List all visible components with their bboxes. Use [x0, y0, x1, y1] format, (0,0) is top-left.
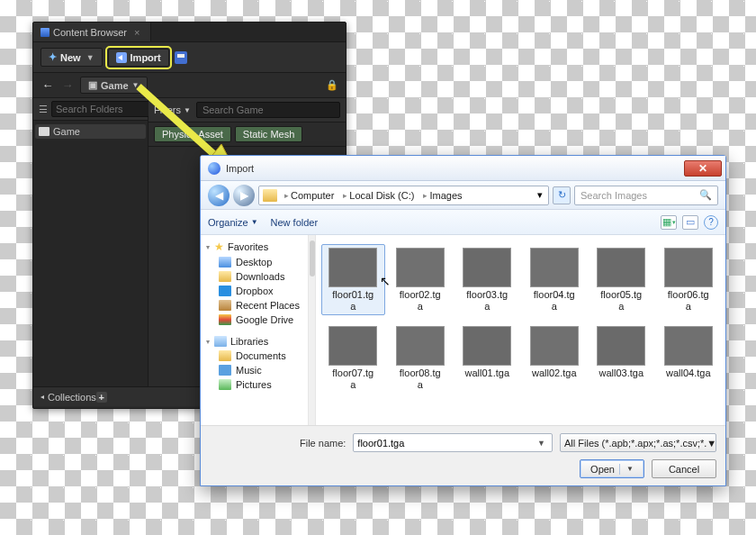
explorer-nav-tree[interactable]: ★ Favorites Desktop Downloads Dropbox Re… [201, 235, 309, 425]
filters-label: Filters [154, 104, 181, 115]
tree-item-gdrive[interactable]: Google Drive [201, 313, 308, 327]
breadcrumb-seg[interactable]: ▸Local Disk (C:) [339, 190, 418, 201]
tree-item-dropbox[interactable]: Dropbox [201, 284, 308, 298]
file-thumbnail [530, 326, 579, 366]
file-thumbnail [328, 326, 377, 366]
close-button[interactable]: ✕ [684, 160, 722, 177]
file-name: wall02.tga [527, 367, 581, 379]
breadcrumb-seg[interactable]: ▸Computer [281, 190, 338, 201]
chevron-down-icon: ▼ [706, 438, 716, 449]
file-thumbnail [597, 326, 645, 366]
chevron-down-icon: ▼ [184, 106, 191, 114]
tree-item-pictures[interactable]: Pictures [201, 377, 308, 392]
search-placeholder: Search Images [580, 190, 647, 201]
file-item[interactable]: floor03.tga [455, 244, 519, 315]
content-browser-navrow: ← → ▣ Game ▼ 🔒 [33, 73, 346, 98]
nav-back-button[interactable]: ◀ [208, 185, 230, 206]
chevron-left-icon: ◂ [40, 393, 44, 401]
tree-scrollbar[interactable] [309, 235, 316, 425]
file-name: floor06.tga [662, 289, 716, 312]
import-button[interactable]: Import [108, 49, 169, 67]
path-label: Game [101, 80, 129, 91]
import-dialog-titlebar[interactable]: Import ✕ [201, 156, 725, 181]
file-item[interactable]: floor02.tga [389, 244, 453, 315]
back-button[interactable]: ← [40, 78, 55, 93]
libraries-group[interactable]: Libraries [201, 334, 308, 349]
filetype-select[interactable]: All Files (*.apb;*.apx;*.as;*.csv;*. ▼ [560, 433, 716, 452]
explorer-toolbar: Organize▼ New folder ▦▾ ▭ ? [201, 210, 725, 235]
new-folder-button[interactable]: New folder [271, 217, 319, 228]
folder-icon [39, 127, 50, 136]
refresh-button[interactable]: ↻ [553, 186, 571, 204]
dialog-bottom-bar: File name: ▼ All Files (*.apb;*.apx;*.as… [201, 425, 725, 485]
file-name: floor02.tga [393, 289, 447, 312]
chevron-down-icon: ▼ [86, 53, 94, 62]
search-assets-input[interactable] [196, 102, 340, 118]
chevron-down-icon: ▼ [626, 465, 634, 473]
content-browser-tab[interactable]: Content Browser × [33, 23, 151, 41]
collections-toggle[interactable]: ◂ Collections [40, 392, 96, 403]
file-item[interactable]: floor04.tga [523, 244, 587, 315]
open-button[interactable]: Open ▼ [580, 459, 644, 478]
file-item[interactable]: wall04.tga [657, 322, 721, 394]
folder-icon: ▣ [88, 79, 97, 91]
chevron-down-icon[interactable]: ▼ [535, 439, 548, 448]
file-item[interactable]: floor07.tga [321, 322, 385, 394]
cancel-button[interactable]: Cancel [652, 459, 716, 478]
organize-menu[interactable]: Organize▼ [208, 217, 258, 228]
filter-chip-static-mesh[interactable]: Static Mesh [235, 126, 302, 142]
file-item[interactable]: floor01.tga [321, 244, 385, 315]
tree-item-desktop[interactable]: Desktop [201, 255, 308, 269]
tree-item-music[interactable]: Music [201, 363, 308, 377]
forward-button[interactable]: → [60, 78, 75, 93]
filter-icon[interactable]: ☰ [39, 104, 48, 115]
drive-icon [263, 189, 277, 202]
path-breadcrumb[interactable]: ▣ Game ▼ [80, 77, 148, 94]
new-asset-button[interactable]: ✦ New ▼ [40, 48, 103, 67]
preview-pane-button[interactable]: ▭ [682, 215, 698, 230]
file-grid: floor01.tgafloor02.tgafloor03.tgafloor04… [316, 235, 725, 425]
file-item[interactable]: floor08.tga [389, 322, 453, 394]
import-dialog: Import ✕ ◀ ▶ ▸Computer ▸Local Disk (C:) … [200, 155, 726, 486]
file-name: floor04.tga [527, 289, 581, 312]
add-collection-button[interactable]: + [96, 392, 107, 403]
dialog-title: Import [226, 163, 254, 174]
favorites-group[interactable]: ★ Favorites [201, 239, 308, 255]
file-item[interactable]: floor06.tga [657, 244, 721, 315]
file-thumbnail [396, 326, 445, 366]
file-name: wall03.tga [594, 367, 648, 379]
help-button[interactable]: ? [704, 215, 718, 230]
file-item[interactable]: floor05.tga [590, 244, 653, 315]
explorer-nav: ◀ ▶ ▸Computer ▸Local Disk (C:) ▸Images ▾… [201, 181, 725, 210]
new-label: New [60, 52, 81, 63]
file-thumbnail [463, 248, 511, 287]
import-label: Import [130, 52, 161, 63]
file-name: floor08.tga [393, 367, 447, 390]
view-mode-button[interactable]: ▦▾ [661, 215, 677, 230]
nav-forward-button[interactable]: ▶ [233, 185, 255, 206]
address-breadcrumb[interactable]: ▸Computer ▸Local Disk (C:) ▸Images ▾ [258, 186, 549, 205]
filter-chip-physics-asset[interactable]: Physics Asset [154, 126, 231, 142]
file-item[interactable]: wall03.tga [590, 322, 653, 394]
save-all-button[interactable] [175, 51, 187, 64]
filename-input[interactable]: ▼ [353, 433, 553, 452]
source-tree-item-game[interactable]: Game [35, 124, 146, 139]
close-icon[interactable]: × [130, 27, 143, 38]
lock-icon[interactable]: 🔒 [326, 79, 338, 91]
tree-item-documents[interactable]: Documents [201, 349, 308, 363]
file-item[interactable]: wall01.tga [455, 322, 519, 394]
explorer-search-input[interactable]: Search Images 🔍 [574, 186, 718, 205]
downloads-icon [219, 271, 231, 282]
filename-label: File name: [300, 438, 346, 449]
filters-button[interactable]: Filters ▼ [154, 104, 191, 115]
source-tree-item-label: Game [53, 126, 80, 137]
filename-field[interactable] [357, 438, 535, 449]
file-item[interactable]: wall02.tga [523, 322, 587, 394]
search-icon: 🔍 [699, 189, 712, 201]
breadcrumb-seg[interactable]: ▸Images [419, 190, 465, 201]
breadcrumb-dropdown[interactable]: ▾ [534, 189, 546, 201]
sources-search: ☰ [33, 98, 148, 121]
tree-item-downloads[interactable]: Downloads [201, 269, 308, 284]
star-icon: ★ [214, 240, 224, 253]
tree-item-recent[interactable]: Recent Places [201, 298, 308, 313]
